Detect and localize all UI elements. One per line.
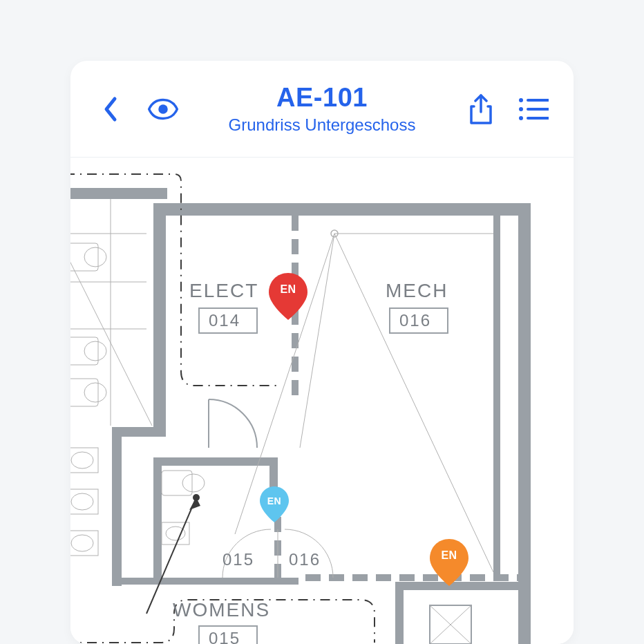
pin-label: EN [280, 283, 296, 296]
room-label-mech: MECH [386, 280, 448, 301]
svg-point-48 [182, 474, 205, 492]
list-button[interactable] [518, 94, 549, 124]
svg-rect-18 [153, 457, 162, 582]
svg-point-53 [193, 494, 200, 501]
card: AE-101 Grundriss Untergeschoss [70, 61, 574, 644]
share-button[interactable] [466, 94, 496, 124]
room-number-mech: 016 [399, 311, 431, 330]
svg-rect-43 [70, 489, 98, 514]
document-title: AE-101 [276, 83, 368, 113]
pin-label: EN [267, 495, 281, 506]
svg-point-40 [84, 383, 106, 402]
header-left [95, 94, 178, 124]
svg-rect-24 [395, 582, 404, 644]
document-subtitle: Grundriss Untergeschoss [229, 115, 416, 135]
svg-rect-11 [493, 216, 500, 575]
header: AE-101 Grundriss Untergeschoss [70, 61, 574, 158]
svg-point-2 [519, 98, 523, 102]
svg-rect-9 [153, 203, 527, 216]
svg-rect-12 [153, 203, 166, 431]
svg-point-36 [84, 247, 106, 267]
svg-rect-41 [70, 448, 98, 473]
svg-point-38 [84, 341, 106, 361]
map-pin-blue[interactable]: EN [260, 486, 289, 522]
floorplan-drawing: S ELECT 014 MECH 016 WOMENS 015 015 016 [70, 158, 574, 644]
svg-rect-8 [70, 188, 167, 199]
map-pin-orange[interactable]: EN [430, 539, 468, 586]
svg-point-4 [519, 107, 523, 111]
chevron-left-icon [102, 96, 119, 122]
visibility-button[interactable] [148, 94, 178, 124]
list-icon [518, 97, 549, 121]
svg-point-46 [71, 535, 93, 551]
eye-icon [148, 97, 178, 122]
svg-point-6 [519, 116, 523, 120]
pin-label: EN [441, 549, 457, 562]
svg-rect-47 [162, 471, 192, 495]
room-label-elect: ELECT [189, 280, 258, 301]
svg-rect-15 [112, 427, 122, 586]
room-number-womens: 015 [209, 629, 240, 644]
header-center: AE-101 Grundriss Untergeschoss [229, 83, 416, 135]
svg-point-0 [158, 104, 168, 114]
share-icon [468, 94, 493, 124]
svg-rect-16 [112, 578, 299, 585]
room-number-elect: 014 [209, 311, 240, 330]
door-number-b: 016 [289, 550, 321, 569]
svg-point-44 [71, 493, 93, 510]
floorplan-viewer[interactable]: S ELECT 014 MECH 016 WOMENS 015 015 016 [70, 158, 574, 644]
svg-point-42 [71, 452, 93, 468]
map-pin-red[interactable]: EN [269, 273, 307, 320]
svg-line-31 [300, 234, 334, 448]
header-right [466, 94, 549, 124]
svg-rect-45 [70, 531, 98, 556]
back-button[interactable] [95, 94, 126, 124]
door-number-a: 015 [222, 550, 254, 569]
room-label-womens: WOMENS [173, 599, 270, 621]
svg-line-61 [70, 227, 152, 426]
